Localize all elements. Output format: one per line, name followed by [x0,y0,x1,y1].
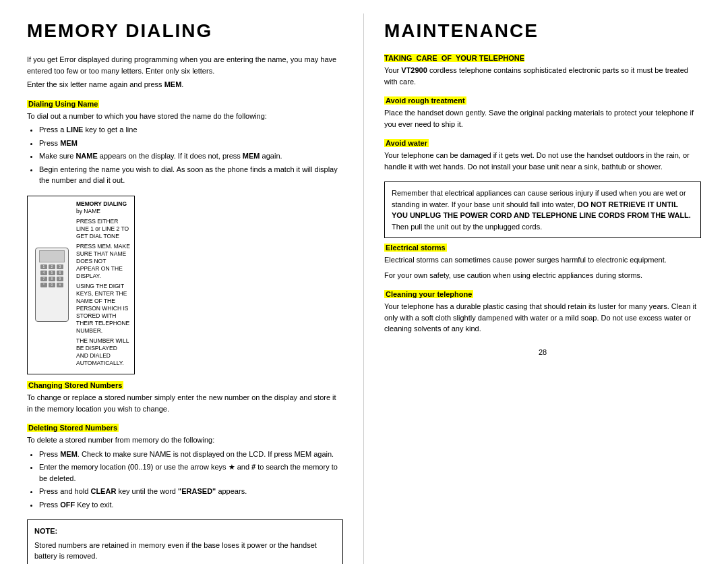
right-page: MAINTENANCE TAKING CARE OF YOUR TELEPHON… [364,13,728,564]
warning-p1: Remember that electrical appliances can … [392,188,694,232]
key-1: 1 [40,264,47,269]
list-item: Press MEM [39,138,343,149]
dialing-using-name-list: Press a LINE key to get a line Press MEM… [39,124,343,186]
avoid-water-text: Your telephone can be damaged if it gets… [384,150,701,172]
key-9: 9 [57,277,63,281]
diagram-title: MEMORY DIALING [76,200,127,207]
left-page: MEMORY DIALING If you get Error displaye… [0,13,364,564]
key-hash: # [57,283,63,287]
note-box: NOTE: Stored numbers are retained in mem… [27,519,343,564]
list-item: Press OFF Key to exit. [39,499,343,511]
cleaning-section: Cleaning your telephone Your telephone h… [384,290,701,335]
avoid-water-heading: Avoid water [384,139,429,147]
phone-keypad: 1 2 3 4 5 6 7 8 9 * 0 # [40,264,63,287]
memory-dialing-diagram: 1 2 3 4 5 6 7 8 9 * 0 # [27,196,135,375]
phone-screen [39,250,65,262]
changing-stored-heading: Changing Stored Numbers [27,381,123,389]
intro-text-1: If you get Error displayed during progra… [27,54,343,76]
left-page-title: MEMORY DIALING [27,20,343,42]
avoid-rough-section: Avoid rough treatment Place the handset … [384,96,701,130]
list-item: Press a LINE key to get a line [39,124,343,136]
dialing-using-name-heading: Dialing Using Name [27,100,99,108]
note-text: Stored numbers are retained in memory ev… [34,540,336,562]
intro-section: If you get Error displayed during progra… [27,54,343,90]
taking-care-heading: TAKING CARE OF YOUR TELEPHONE [384,54,701,62]
key-4: 4 [40,271,47,275]
electrical-storms-p1: Electrical storms can sometimes cause po… [384,254,701,266]
diagram-step1: PRESS EITHER LINE 1 or LINE 2 TO GET DIA… [76,218,130,240]
right-page-title: MAINTENANCE [384,20,701,42]
diagram-step4: THE NUMBER WILL BE DISPLAYED AND DIALED … [76,337,130,367]
cleaning-text: Your telephone has a durable plastic cas… [384,301,701,335]
dialing-using-name-section: Dialing Using Name To dial out a number … [27,100,343,186]
electrical-storms-section: Electrical storms Electrical storms can … [384,244,701,281]
key-star: * [40,283,47,287]
key-3: 3 [57,264,63,269]
warning-box: Remember that electrical appliances can … [384,181,701,238]
key-7: 7 [40,277,47,281]
diagram-step3: USING THE DIGIT KEYS, ENTER THE NAME OF … [76,283,130,335]
diagram-title-block: MEMORY DIALING by NAME [76,200,130,215]
diagram-subtitle: by NAME [76,208,100,215]
key-8: 8 [49,277,55,281]
right-page-number: 28 [384,348,701,356]
changing-stored-section: Changing Stored Numbers To change or rep… [27,381,343,414]
deleting-stored-list: Press MEM. Check to make sure NAME is no… [39,449,343,511]
list-item: Make sure NAME appears on the display. I… [39,150,343,162]
intro-text-2: Enter the six letter name again and pres… [27,79,343,90]
list-item: Begin entering the name you wish to dial… [39,164,343,186]
note-title: NOTE: [34,526,336,537]
key-0: 0 [49,283,55,287]
deleting-stored-heading: Deleting Stored Numbers [27,424,119,432]
avoid-rough-text: Place the handset down gently. Save the … [384,107,701,130]
phone-illustration: 1 2 3 4 5 6 7 8 9 * 0 # [35,248,69,322]
list-item: Press and hold CLEAR key until the word … [39,486,343,497]
taking-care-heading-text: TAKING CARE OF YOUR TELEPHONE [384,54,524,62]
dialing-using-name-intro: To dial out a number to which you have s… [27,111,343,122]
deleting-stored-section: Deleting Stored Numbers To delete a stor… [27,424,343,510]
diagram-phone-graphic: 1 2 3 4 5 6 7 8 9 * 0 # [32,200,72,370]
taking-care-section: TAKING CARE OF YOUR TELEPHONE Your VT290… [384,54,701,87]
key-6: 6 [57,271,63,275]
diagram-instructions: MEMORY DIALING by NAME PRESS EITHER LINE… [72,200,130,370]
list-item: Press MEM. Check to make sure NAME is no… [39,449,343,460]
avoid-water-section: Avoid water Your telephone can be damage… [384,139,701,172]
taking-care-text: Your VT2900 cordless telephone contains … [384,65,701,87]
list-item: Enter the memory location (00..19) or us… [39,461,343,484]
diagram-step2: PRESS MEM. MAKE SURE THAT NAME DOES NOT … [76,243,130,280]
electrical-storms-p2: For your own safety, use caution when us… [384,270,701,281]
electrical-storms-heading: Electrical storms [384,244,447,252]
deleting-stored-intro: To delete a stored number from memory do… [27,434,343,446]
cleaning-heading: Cleaning your telephone [384,290,473,298]
key-5: 5 [49,271,55,275]
key-2: 2 [49,264,55,269]
avoid-rough-heading: Avoid rough treatment [384,96,466,105]
changing-stored-text: To change or replace a stored number sim… [27,392,343,414]
